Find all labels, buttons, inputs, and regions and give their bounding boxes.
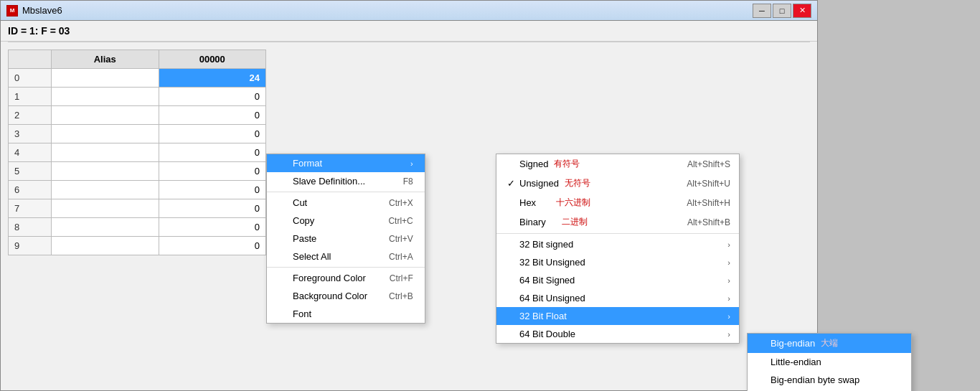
fmt-32bit-unsigned[interactable]: 32 Bit Unsigned › bbox=[496, 253, 739, 271]
table-row[interactable]: 60 bbox=[9, 181, 266, 199]
menu-item-font[interactable]: Font bbox=[267, 305, 425, 323]
fmt-signed-zh: 有符号 bbox=[554, 158, 580, 170]
context-menu: Format › Slave Definition... F8 Cut Ctrl… bbox=[266, 154, 425, 324]
fmt-32bit-signed[interactable]: 32 Bit signed › bbox=[496, 235, 739, 253]
menu-item-cut[interactable]: Cut Ctrl+X bbox=[267, 194, 425, 212]
id-label: ID = 1: F = 03 bbox=[8, 25, 70, 37]
row-alias bbox=[52, 143, 159, 162]
menu-cut-label: Cut bbox=[293, 197, 307, 208]
col-alias-header: Alias bbox=[52, 50, 159, 69]
menu-item-copy[interactable]: Copy Ctrl+C bbox=[267, 212, 425, 230]
fmt-unsigned-zh: 无符号 bbox=[565, 177, 590, 189]
id-bar: ID = 1: F = 03 bbox=[1, 21, 817, 42]
fmt-unsigned-shortcut: Alt+Shift+U bbox=[672, 179, 730, 189]
col-value-header: 00000 bbox=[159, 50, 266, 69]
fmt-64u-label: 64 Bit Unsigned bbox=[519, 293, 585, 303]
float-big-endian-swap[interactable]: Big-endian byte swap bbox=[748, 371, 911, 389]
row-value: 0 bbox=[159, 181, 266, 199]
col-idx-header bbox=[9, 50, 52, 69]
shortcut-fg-color: Ctrl+F bbox=[368, 273, 413, 283]
fmt-hex-label: Hex bbox=[519, 197, 536, 208]
row-value: 0 bbox=[159, 106, 266, 125]
fmt-binary-shortcut: Alt+Shift+B bbox=[673, 217, 730, 227]
row-index: 3 bbox=[9, 125, 52, 143]
shortcut-paste: Ctrl+V bbox=[367, 234, 413, 244]
row-index: 1 bbox=[9, 88, 52, 106]
menu-item-format[interactable]: Format › bbox=[267, 154, 425, 172]
row-index: 2 bbox=[9, 106, 52, 125]
table-row[interactable]: 20 bbox=[9, 106, 266, 125]
main-window: M Mbslave6 ─ □ ✕ ID = 1: F = 03 Alias 00… bbox=[0, 0, 818, 391]
fmt-64bit-signed[interactable]: 64 Bit Signed › bbox=[496, 271, 739, 289]
window-title: Mbslave6 bbox=[22, 5, 753, 16]
fmt-binary[interactable]: Binary 二进制 Alt+Shift+B bbox=[496, 212, 739, 232]
row-alias bbox=[52, 237, 159, 255]
fmt-64bit-double[interactable]: 64 Bit Double › bbox=[496, 325, 739, 343]
row-index: 8 bbox=[9, 218, 52, 237]
arrow-format: › bbox=[403, 159, 413, 168]
menu-item-fg-color[interactable]: Foreground Color Ctrl+F bbox=[267, 269, 425, 287]
float-little-endian-label: Little-endian bbox=[771, 357, 821, 367]
menu-item-bg-color[interactable]: Background Color Ctrl+B bbox=[267, 287, 425, 305]
menu-item-slave-def[interactable]: Slave Definition... F8 bbox=[267, 172, 425, 190]
table-area: Alias 00000 024102030405060708090 Format… bbox=[1, 42, 817, 263]
table-row[interactable]: 10 bbox=[9, 88, 266, 106]
menu-bg-color-label: Background Color bbox=[293, 291, 367, 301]
row-alias bbox=[52, 181, 159, 199]
row-index: 9 bbox=[9, 237, 52, 255]
menu-select-all-label: Select All bbox=[293, 251, 331, 262]
float-big-endian[interactable]: Big-endian 大端 bbox=[748, 334, 911, 353]
close-button[interactable]: ✕ bbox=[793, 4, 811, 18]
fmt-binary-zh: 二进制 bbox=[562, 216, 588, 228]
fmt-binary-label: Binary bbox=[519, 217, 546, 227]
row-index: 7 bbox=[9, 199, 52, 218]
fmt-32f-label: 32 Bit Float bbox=[519, 311, 567, 321]
fmt-signed[interactable]: Signed 有符号 Alt+Shift+S bbox=[496, 154, 739, 174]
arrow-32u: › bbox=[720, 258, 730, 267]
table-row[interactable]: 40 bbox=[9, 143, 266, 162]
fmt-64bit-unsigned[interactable]: 64 Bit Unsigned › bbox=[496, 289, 739, 307]
float-big-swap-label: Big-endian byte swap bbox=[771, 374, 859, 385]
fmt-separator-1 bbox=[496, 233, 739, 234]
minimize-button[interactable]: ─ bbox=[753, 4, 771, 18]
arrow-64d: › bbox=[720, 330, 730, 339]
menu-slave-def-label: Slave Definition... bbox=[293, 176, 365, 187]
table-row[interactable]: 70 bbox=[9, 199, 266, 218]
fmt-hex[interactable]: Hex 十六进制 Alt+Shift+H bbox=[496, 193, 739, 212]
shortcut-copy: Ctrl+C bbox=[367, 216, 413, 226]
menu-font-label: Font bbox=[293, 308, 311, 319]
table-row[interactable]: 90 bbox=[9, 237, 266, 255]
main-table: Alias 00000 024102030405060708090 bbox=[8, 50, 266, 255]
arrow-32s: › bbox=[720, 240, 730, 249]
title-buttons: ─ □ ✕ bbox=[753, 4, 811, 18]
table-row[interactable]: 80 bbox=[9, 218, 266, 237]
fmt-hex-shortcut: Alt+Shift+H bbox=[672, 198, 730, 208]
row-alias bbox=[52, 88, 159, 106]
menu-item-paste[interactable]: Paste Ctrl+V bbox=[267, 230, 425, 248]
table-row[interactable]: 50 bbox=[9, 162, 266, 181]
row-value: 0 bbox=[159, 143, 266, 162]
separator-2 bbox=[267, 267, 425, 268]
row-alias bbox=[52, 69, 159, 88]
float-little-endian[interactable]: Little-endian bbox=[748, 353, 911, 371]
fmt-unsigned[interactable]: ✓ Unsigned 无符号 Alt+Shift+U bbox=[496, 174, 739, 193]
row-alias bbox=[52, 218, 159, 237]
fmt-32bit-float[interactable]: 32 Bit Float › bbox=[496, 307, 739, 325]
arrow-32f: › bbox=[720, 312, 730, 321]
row-value: 0 bbox=[159, 162, 266, 181]
row-alias bbox=[52, 125, 159, 143]
table-row[interactable]: 024 bbox=[9, 69, 266, 88]
float-submenu: Big-endian 大端 Little-endian Big-endian b… bbox=[747, 333, 912, 391]
fmt-64s-label: 64 Bit Signed bbox=[519, 275, 575, 286]
fmt-unsigned-label: Unsigned bbox=[519, 178, 559, 189]
arrow-64s: › bbox=[720, 276, 730, 285]
row-value: 0 bbox=[159, 237, 266, 255]
menu-copy-label: Copy bbox=[293, 215, 314, 226]
menu-item-select-all[interactable]: Select All Ctrl+A bbox=[267, 248, 425, 265]
app-icon: M bbox=[6, 5, 18, 17]
table-row[interactable]: 30 bbox=[9, 125, 266, 143]
row-value: 24 bbox=[159, 69, 266, 88]
row-alias bbox=[52, 106, 159, 125]
fmt-32s-label: 32 Bit signed bbox=[519, 239, 573, 250]
maximize-button[interactable]: □ bbox=[773, 4, 791, 18]
